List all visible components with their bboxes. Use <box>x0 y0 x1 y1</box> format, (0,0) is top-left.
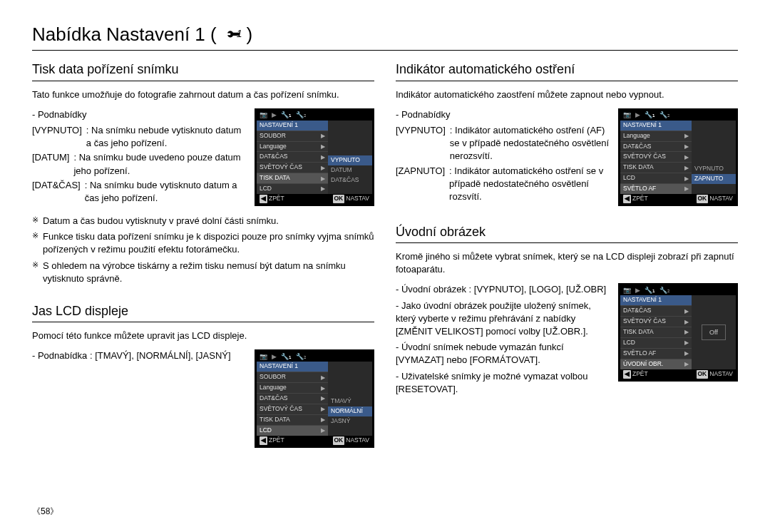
bullet: - Úvodní snímek nebude vymazán funkcí [V… <box>396 341 611 367</box>
lcd-screenshot-tisk: 📷▶🔧₁🔧₂ NASTAVENÍ 1 SOUBOR▶ Language▶ DAT… <box>255 108 374 206</box>
section-tisk: Tisk data pořízení snímku Tato funkce um… <box>32 61 374 285</box>
section-jas: Jas LCD displeje Pomocí této funkce může… <box>32 302 374 448</box>
page-number: 58 <box>32 506 58 518</box>
heading-af: Indikátor automatického ostření <box>396 61 738 81</box>
right-column: Indikátor automatického ostření Indikáto… <box>396 61 738 464</box>
note-marker-icon: ※ <box>32 215 38 227</box>
sub-label: - Podnabídky <box>396 108 611 121</box>
section-af: Indikátor automatického ostření Indikáto… <box>396 61 738 206</box>
lcd-screenshot-jas: 📷▶🔧₁🔧₂ NASTAVENÍ 1 SOUBOR▶ Language▶ DAT… <box>255 349 374 447</box>
heading-jas: Jas LCD displeje <box>32 302 374 322</box>
page-title: Nabídka Nastavení 1 ( 1 ) <box>32 21 738 51</box>
bullet: - Úvodní obrázek : [VYPNUTO], [LOGO], [U… <box>396 283 611 296</box>
intro-uvod: Kromě jiného si můžete vybrat snímek, kt… <box>396 250 738 276</box>
note-marker-icon: ※ <box>32 230 38 256</box>
sub-label: - Podnabídka : [TMAVÝ], [NORMÁLNÍ], [JAS… <box>32 349 247 362</box>
sub-label: - Podnabídky <box>32 108 247 121</box>
heading-uvod: Úvodní obrázek <box>396 223 738 243</box>
intro-tisk: Tato funkce umožňuje do fotografie zahrn… <box>32 88 374 101</box>
wrench-icon: 1 <box>221 25 242 44</box>
lcd-screenshot-uvod: 📷▶🔧₁🔧₂ NASTAVENÍ 1 DAT&ČAS▶ SVĚTOVÝ ČAS▶… <box>618 283 738 381</box>
option-row: [ZAPNUTO]: Indikátor automatického ostře… <box>396 165 611 204</box>
icon-subscript: 1 <box>237 27 242 41</box>
intro-af: Indikátor automatického zaostření můžete… <box>396 88 738 101</box>
lcd-screenshot-af: 📷▶🔧₁🔧₂ NASTAVENÍ 1 Language▶ DAT&ČAS▶ SV… <box>618 108 738 206</box>
intro-jas: Pomocí této funkce můžete upravit jas LC… <box>32 329 374 342</box>
bullet: - Uživatelské snímky je možné vymazat vo… <box>396 370 611 396</box>
section-uvod: Úvodní obrázek Kromě jiného si můžete vy… <box>396 223 738 396</box>
notes-tisk: ※Datum a čas budou vytisknuty v pravé do… <box>32 215 374 285</box>
option-row: [VYPNUTO]: Indikátor automatického ostře… <box>396 124 611 163</box>
left-column: Tisk data pořízení snímku Tato funkce um… <box>32 61 374 464</box>
heading-tisk: Tisk data pořízení snímku <box>32 61 374 81</box>
title-prefix: Nabídka Nastavení 1 ( <box>32 21 217 47</box>
bullet: - Jako úvodní obrázek použijte uložený s… <box>396 300 611 339</box>
title-suffix: ) <box>247 21 253 47</box>
content-columns: Tisk data pořízení snímku Tato funkce um… <box>32 61 738 464</box>
off-preview: Off <box>702 324 726 341</box>
note-marker-icon: ※ <box>32 260 38 285</box>
option-row: [VYPNUTO]: Na snímku nebude vytisknuto d… <box>32 124 247 150</box>
option-row: [DAT&ČAS]: Na snímku bude vytisknuto dat… <box>32 179 247 205</box>
option-row: [DATUM]: Na snímku bude uvedeno pouze da… <box>32 151 247 177</box>
